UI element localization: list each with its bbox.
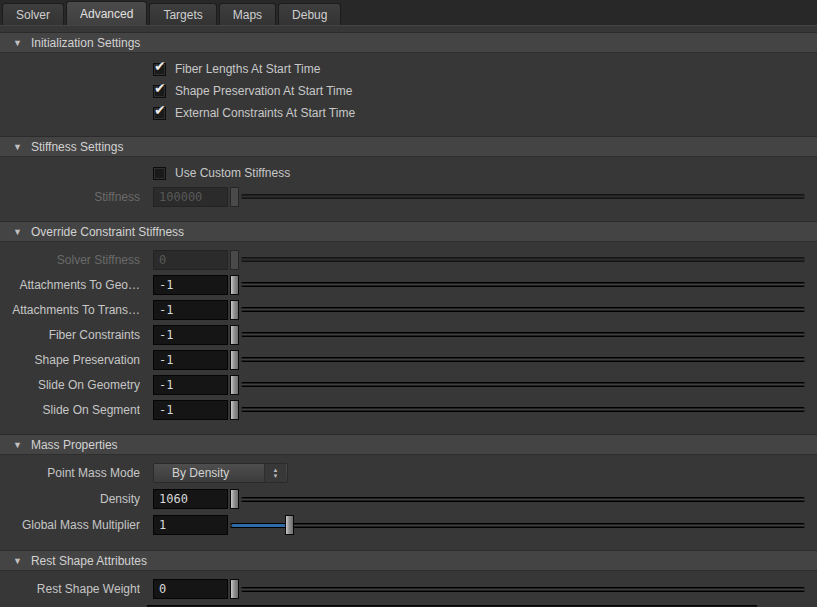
slider-handle[interactable] bbox=[230, 489, 239, 509]
mass-properties-body: Point Mass Mode By Density ▲ ▼ Density 1… bbox=[0, 455, 817, 544]
slide-on-segment-input[interactable]: -1 bbox=[153, 400, 228, 420]
attachments-to-geo-row: Attachments To Geo… -1 bbox=[0, 272, 817, 297]
checkbox-label: Use Custom Stiffness bbox=[175, 166, 290, 180]
fiber-lengths-checkbox[interactable]: ✔ bbox=[153, 63, 166, 76]
shape-preservation-start-row: ✔ Shape Preservation At Start Time bbox=[0, 80, 817, 102]
tab-advanced[interactable]: Advanced bbox=[66, 1, 147, 25]
global-mass-multiplier-row: Global Mass Multiplier 1 bbox=[0, 512, 817, 538]
slider-track[interactable] bbox=[241, 194, 805, 199]
section-header-override-constraint-stiffness[interactable]: ▼ Override Constraint Stiffness bbox=[0, 221, 817, 242]
fiber-constraints-label: Fiber Constraints bbox=[0, 328, 140, 342]
solver-stiffness-input[interactable]: 0 bbox=[153, 250, 228, 270]
section-title: Initialization Settings bbox=[31, 36, 140, 50]
section-header-initialization-settings[interactable]: ▼ Initialization Settings bbox=[0, 32, 817, 53]
fiber-lengths-row: ✔ Fiber Lengths At Start Time bbox=[0, 58, 817, 80]
slide-on-geometry-row: Slide On Geometry -1 bbox=[0, 372, 817, 397]
checkbox-label: Shape Preservation At Start Time bbox=[175, 84, 352, 98]
solver-stiffness-label: Solver Stiffness bbox=[0, 253, 140, 267]
slider-handle[interactable] bbox=[230, 250, 239, 270]
slide-on-segment-label: Slide On Segment bbox=[0, 403, 140, 417]
slider-track[interactable] bbox=[241, 332, 805, 337]
section-title: Override Constraint Stiffness bbox=[31, 225, 184, 239]
slider-track[interactable] bbox=[241, 407, 805, 412]
attachments-to-trans-input[interactable]: -1 bbox=[153, 300, 228, 320]
section-header-mass-properties[interactable]: ▼ Mass Properties bbox=[0, 434, 817, 455]
arrow-down-icon: ▼ bbox=[273, 473, 279, 479]
section-header-rest-shape-attributes[interactable]: ▼ Rest Shape Attributes bbox=[0, 550, 817, 571]
rest-shape-weight-row: Rest Shape Weight 0 bbox=[0, 576, 817, 602]
slider-handle[interactable] bbox=[230, 300, 239, 320]
shape-preservation-label: Shape Preservation bbox=[0, 353, 140, 367]
collapse-triangle-icon: ▼ bbox=[13, 38, 22, 48]
external-constraints-checkbox[interactable]: ✔ bbox=[153, 107, 166, 120]
shape-preservation-checkbox[interactable]: ✔ bbox=[153, 85, 166, 98]
stiffness-label: Stiffness bbox=[0, 190, 140, 204]
check-icon: ✔ bbox=[154, 103, 166, 117]
global-mass-multiplier-label: Global Mass Multiplier bbox=[0, 518, 140, 532]
slide-on-segment-row: Slide On Segment -1 bbox=[0, 397, 817, 422]
tab-targets[interactable]: Targets bbox=[149, 3, 216, 25]
slider-track[interactable] bbox=[241, 307, 805, 312]
collapse-triangle-icon: ▼ bbox=[13, 142, 22, 152]
point-mass-mode-row: Point Mass Mode By Density ▲ ▼ bbox=[0, 460, 817, 486]
section-title: Rest Shape Attributes bbox=[31, 554, 147, 568]
rest-shape-mesh-row: Rest Shape Mesh ↷ bbox=[0, 602, 817, 607]
stiffness-input[interactable]: 100000 bbox=[153, 187, 228, 207]
slider-handle[interactable] bbox=[230, 375, 239, 395]
slider-handle[interactable] bbox=[230, 350, 239, 370]
collapse-triangle-icon: ▼ bbox=[13, 556, 22, 566]
attachments-to-geo-label: Attachments To Geo… bbox=[0, 278, 140, 292]
override-constraint-stiffness-body: Solver Stiffness 0 Attachments To Geo… -… bbox=[0, 242, 817, 428]
attribute-editor-panel: Solver Advanced Targets Maps Debug ▼ Ini… bbox=[0, 0, 817, 607]
section-header-stiffness-settings[interactable]: ▼ Stiffness Settings bbox=[0, 136, 817, 157]
collapse-triangle-icon: ▼ bbox=[13, 440, 22, 450]
tab-maps[interactable]: Maps bbox=[219, 3, 276, 25]
global-mass-multiplier-input[interactable]: 1 bbox=[153, 515, 228, 535]
section-title: Stiffness Settings bbox=[31, 140, 124, 154]
slider-handle[interactable] bbox=[230, 325, 239, 345]
slider-handle[interactable] bbox=[285, 515, 294, 535]
slider-track[interactable] bbox=[241, 357, 805, 362]
slider-track[interactable] bbox=[241, 497, 805, 502]
density-input[interactable]: 1060 bbox=[153, 489, 228, 509]
tab-debug[interactable]: Debug bbox=[278, 3, 341, 25]
slider-track[interactable] bbox=[241, 382, 805, 387]
checkbox-label: Fiber Lengths At Start Time bbox=[175, 62, 320, 76]
slider-track[interactable] bbox=[241, 587, 805, 592]
collapse-triangle-icon: ▼ bbox=[13, 227, 22, 237]
point-mass-mode-label: Point Mass Mode bbox=[0, 466, 140, 480]
stiffness-row: Stiffness 100000 bbox=[0, 184, 817, 209]
rest-shape-weight-input[interactable]: 0 bbox=[153, 579, 228, 599]
external-constraints-row: ✔ External Constraints At Start Time bbox=[0, 102, 817, 124]
use-custom-stiffness-row: Use Custom Stiffness bbox=[0, 162, 817, 184]
slider-fill bbox=[232, 524, 287, 527]
slide-on-geometry-input[interactable]: -1 bbox=[153, 375, 228, 395]
attachments-to-trans-label: Attachments To Trans… bbox=[0, 303, 140, 317]
stiffness-settings-body: Use Custom Stiffness Stiffness 100000 bbox=[0, 157, 817, 215]
shape-preservation-input[interactable]: -1 bbox=[153, 350, 228, 370]
attachments-to-trans-row: Attachments To Trans… -1 bbox=[0, 297, 817, 322]
check-icon: ✔ bbox=[154, 59, 166, 73]
slider-handle[interactable] bbox=[230, 275, 239, 295]
section-title: Mass Properties bbox=[31, 438, 118, 452]
slider-track bbox=[230, 523, 805, 528]
check-icon: ✔ bbox=[154, 81, 166, 95]
density-row: Density 1060 bbox=[0, 486, 817, 512]
fiber-constraints-input[interactable]: -1 bbox=[153, 325, 228, 345]
slider-track[interactable] bbox=[241, 257, 805, 262]
spinner-arrows-icon: ▲ ▼ bbox=[264, 464, 286, 482]
rest-shape-weight-label: Rest Shape Weight bbox=[0, 582, 140, 596]
fiber-constraints-row: Fiber Constraints -1 bbox=[0, 322, 817, 347]
attachments-to-geo-input[interactable]: -1 bbox=[153, 275, 228, 295]
point-mass-mode-dropdown[interactable]: By Density ▲ ▼ bbox=[153, 463, 288, 483]
slider-handle[interactable] bbox=[230, 579, 239, 599]
solver-stiffness-row: Solver Stiffness 0 bbox=[0, 247, 817, 272]
use-custom-stiffness-checkbox[interactable] bbox=[153, 167, 166, 180]
slider-handle[interactable] bbox=[230, 187, 239, 207]
slider-handle[interactable] bbox=[230, 400, 239, 420]
tab-solver[interactable]: Solver bbox=[2, 3, 64, 25]
slide-on-geometry-label: Slide On Geometry bbox=[0, 378, 140, 392]
global-mass-multiplier-slider[interactable] bbox=[230, 515, 805, 535]
tab-bar: Solver Advanced Targets Maps Debug bbox=[0, 0, 817, 26]
slider-track[interactable] bbox=[241, 282, 805, 287]
